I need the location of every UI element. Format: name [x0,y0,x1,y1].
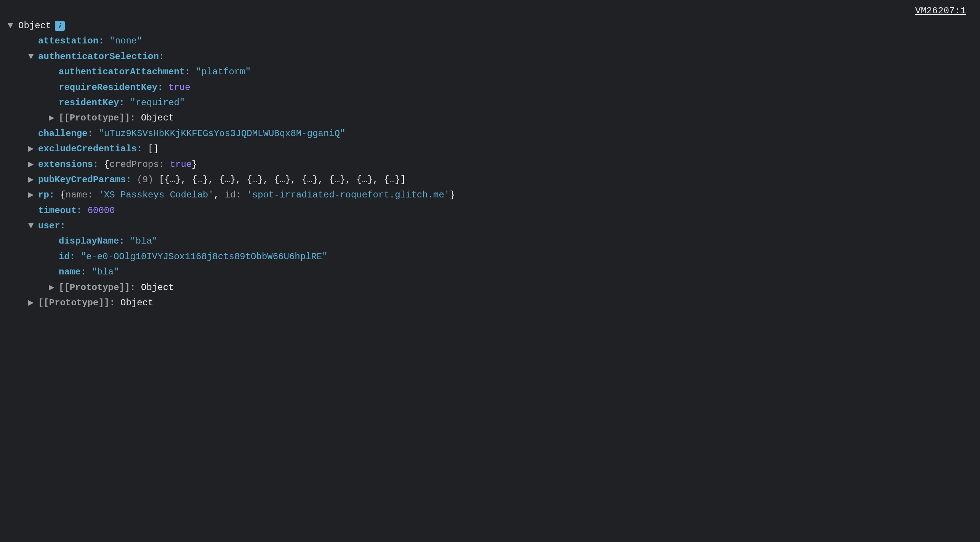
prop-user-prototype[interactable]: ▶ [[Prototype]]: Object [8,280,972,295]
prop-require-resident-key[interactable]: requireResidentKey: true [8,80,972,95]
key-label: user [38,219,60,233]
prop-rp[interactable]: ▶ rp: {name: 'XS Passkeys Codelab', id: … [8,188,972,203]
value-string: "platform" [196,65,251,79]
key-label: name [59,265,81,279]
prop-user-name[interactable]: name: "bla" [8,265,972,280]
object-tree: ▼ Object i attestation: "none" ▼ authent… [8,18,972,311]
key-label: authenticatorAttachment [59,65,185,79]
key-label: residentKey [59,96,119,110]
key-label: [[Prototype]] [38,296,109,310]
inner-key-id: id [225,188,236,202]
key-label: pubKeyCredParams [38,173,126,187]
chevron-down-icon[interactable]: ▼ [8,19,18,33]
prop-authenticator-selection[interactable]: ▼ authenticatorSelection: [8,49,972,64]
value-string: "none" [109,34,142,48]
key-label: [[Prototype]] [59,111,130,125]
prop-user[interactable]: ▼ user: [8,218,972,234]
key-label: extensions [38,157,93,172]
prop-prototype-outer[interactable]: ▶ [[Prototype]]: Object [8,295,972,311]
array-count: (9) [137,173,153,187]
value-plain: Object [141,281,174,295]
value-array-preview: [{…}, {…}, {…}, {…}, {…}, {…}, {…}, {…},… [159,173,406,187]
value-string: "bla" [130,234,157,249]
prop-authenticator-attachment[interactable]: authenticatorAttachment: "platform" [8,64,972,80]
chevron-right-icon[interactable]: ▶ [28,142,38,156]
value-string: "required" [130,96,185,110]
chevron-right-icon[interactable]: ▶ [49,111,59,125]
chevron-right-icon[interactable]: ▶ [28,296,38,310]
key-label: id [59,250,70,264]
info-icon[interactable]: i [55,21,65,31]
key-label: excludeCredentials [38,142,137,156]
prop-challenge[interactable]: challenge: "uTuz9KSVsHbKKjKKFEGsYos3JQDM… [8,126,972,141]
inner-value: true [170,157,192,172]
value-string: "e-e0-OOlg10IVYJSox1168j8cts89tObbW66U6h… [81,250,328,264]
value-plain: Object [141,111,174,125]
inner-value-name: 'XS Passkeys Codelab' [98,188,213,202]
value-number: 60000 [88,204,115,218]
value-array: [] [148,142,159,156]
chevron-right-icon[interactable]: ▶ [28,173,38,187]
value-string: "bla" [91,265,119,279]
prop-prototype-inner[interactable]: ▶ [[Prototype]]: Object [8,111,972,126]
value-boolean: true [168,80,191,95]
chevron-right-icon[interactable]: ▶ [28,188,38,202]
prop-attestation[interactable]: attestation: "none" [8,34,972,49]
object-header-label: Object [18,19,51,33]
key-label: timeout [38,204,77,218]
object-header-row[interactable]: ▼ Object i [8,18,972,34]
prop-resident-key[interactable]: residentKey: "required" [8,95,972,111]
prop-timeout[interactable]: timeout: 60000 [8,203,972,218]
prop-user-id[interactable]: id: "e-e0-OOlg10IVYJSox1168j8cts89tObbW6… [8,249,972,265]
key-label: displayName [59,234,119,249]
inner-value-id: 'spot-irradiated-roquefort.glitch.me' [247,188,450,202]
key-label: [[Prototype]] [59,281,130,295]
prop-display-name[interactable]: displayName: "bla" [8,234,972,249]
chevron-down-icon[interactable]: ▼ [28,50,38,64]
value-string: "uTuz9KSVsHbKKjKKFEGsYos3JQDMLWU8qx8M-gg… [98,127,345,141]
key-label: rp [38,188,49,202]
source-link[interactable]: VM26207:1 [915,4,966,18]
chevron-right-icon[interactable]: ▶ [49,281,59,295]
key-label: attestation [38,34,98,48]
key-label: challenge [38,127,88,141]
value-plain: Object [120,296,153,310]
prop-extensions[interactable]: ▶ extensions: {credProps: true} [8,157,972,172]
key-label: authenticatorSelection [38,50,159,64]
chevron-down-icon[interactable]: ▼ [28,219,38,233]
inner-key: credProps [109,157,159,172]
prop-pubkey-cred-params[interactable]: ▶ pubKeyCredParams: (9) [{…}, {…}, {…}, … [8,172,972,188]
chevron-right-icon[interactable]: ▶ [28,157,38,172]
inner-key-name: name [66,188,88,202]
prop-exclude-credentials[interactable]: ▶ excludeCredentials: [] [8,141,972,157]
key-label: requireResidentKey [59,80,157,95]
